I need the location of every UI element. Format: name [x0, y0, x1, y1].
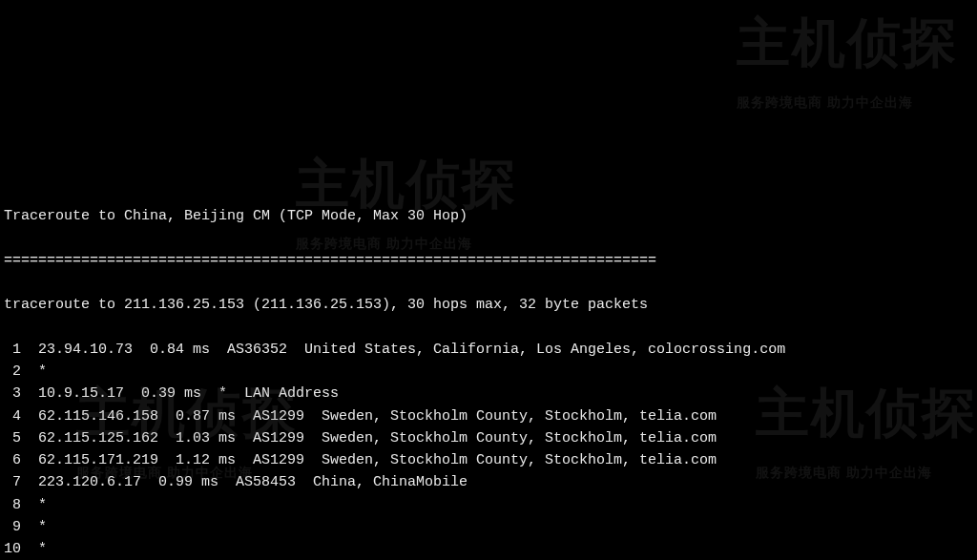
watermark-tagline: 服务跨境电商 助力中企出海 [737, 93, 913, 114]
hop-row: 4 62.115.146.158 0.87 ms AS1299 Sweden, … [4, 405, 973, 427]
hop-row: 7 223.120.6.17 0.99 ms AS58453 China, Ch… [4, 471, 973, 493]
hop-row: 1 23.94.10.73 0.84 ms AS36352 United Sta… [4, 339, 973, 361]
watermark: 主机侦探 服务跨境电商 助力中企出海 [296, 143, 517, 254]
watermark-brand: 主机侦探 [737, 2, 958, 85]
watermark: 主机侦探 服务跨境电商 助力中企出海 [737, 2, 958, 113]
hop-row: 3 10.9.15.17 0.39 ms * LAN Address [4, 383, 973, 404]
divider-line: ========================================… [4, 253, 656, 269]
hop-row: 8 * [4, 494, 973, 516]
hop-row: 10 * [4, 538, 973, 560]
traceroute-title: Traceroute to China, Beijing CM (TCP Mod… [4, 208, 468, 224]
hop-row: 9 * [4, 516, 973, 538]
watermark-tagline: 服务跨境电商 助力中企出海 [296, 234, 472, 255]
command-line: traceroute to 211.136.25.153 (211.136.25… [4, 297, 648, 313]
hop-row: 6 62.115.171.219 1.12 ms AS1299 Sweden, … [4, 449, 973, 471]
hop-row: 5 62.115.125.162 1.03 ms AS1299 Sweden, … [4, 427, 973, 449]
hop-list: 1 23.94.10.73 0.84 ms AS36352 United Sta… [4, 339, 973, 560]
hop-row: 2 * [4, 361, 973, 383]
